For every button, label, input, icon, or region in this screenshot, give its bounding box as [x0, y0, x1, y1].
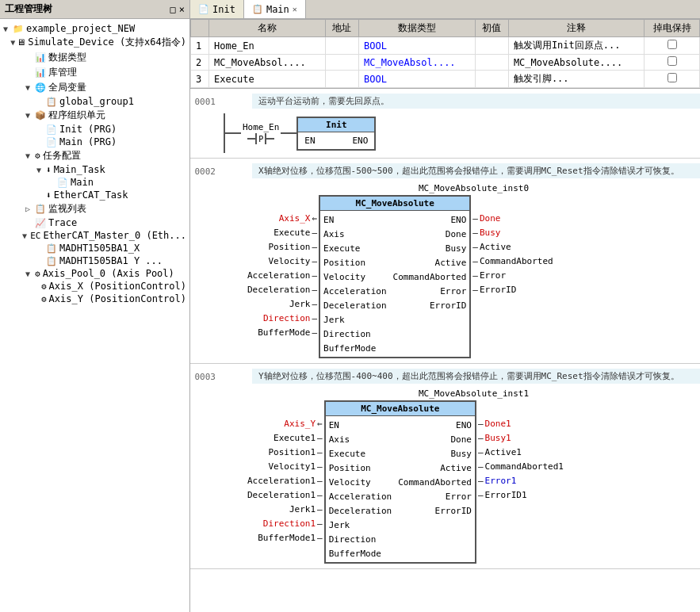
- rung-0002-number: 0002: [190, 163, 220, 177]
- tree-item-axispool[interactable]: ▼⚙Axis_Pool_0 (Axis Pool): [0, 267, 189, 280]
- tree-item-main[interactable]: 📄Main (PRG): [0, 136, 189, 148]
- fb-title-0003: MC_MoveAbsolute: [326, 402, 475, 416]
- fb-var-done1-0003: —Done1: [476, 416, 511, 430]
- tree-item-maintask[interactable]: ▼⬇Main_Task: [0, 163, 189, 176]
- cell-name[interactable]: MC_MoveAbsol....: [209, 55, 326, 71]
- fb-block-0002[interactable]: Axis_X ⇐ Execute — Position — Velocity —…: [247, 195, 700, 358]
- cell-initval[interactable]: [475, 37, 508, 55]
- pin-velocity-0003: Velocity: [329, 475, 392, 489]
- tree-item-axisy[interactable]: ⚙Axis_Y (PositionControl): [0, 293, 189, 305]
- fb-var-busy1-0003: —Busy1: [476, 430, 511, 445]
- tree-label-init: Init (PRG): [59, 124, 117, 135]
- fb-var-position1: Position1 —: [268, 445, 323, 459]
- tree-icon-simulate: 🖥: [17, 37, 25, 48]
- pin-en-0003: EN: [329, 418, 392, 432]
- tree-icon-trace: 📈: [35, 218, 46, 228]
- cell-num: 3: [191, 71, 209, 88]
- tree-item-madht2[interactable]: 📋MADHT1505BA1 Y ...: [0, 254, 189, 267]
- fb-box-0003[interactable]: MC_MoveAbsolute EN Axis Execute Position…: [324, 400, 476, 564]
- cell-addr[interactable]: [325, 37, 358, 55]
- cell-addr[interactable]: [325, 55, 358, 71]
- tree-icon-globalvar: 🌐: [35, 82, 46, 93]
- col-initval: 初值: [475, 20, 508, 37]
- pin-busy-0003: Busy: [398, 446, 472, 461]
- fb-var-jerk1: Jerk1 —: [289, 502, 324, 516]
- tree-label-trace: Trace: [48, 217, 77, 228]
- fb-var-errorid-0002: —ErrorID: [471, 282, 516, 296]
- cell-addr[interactable]: [325, 71, 358, 88]
- pin-cmdaborted-0003: CommandAborted: [398, 475, 472, 489]
- pin-position-0003: Position: [329, 461, 392, 475]
- tree-label-libmgr: 库管理: [48, 66, 77, 79]
- tree-arrow-root: ▼: [3, 25, 13, 33]
- tab-main-icon: 📋: [252, 4, 263, 14]
- rung-0003-number: 0003: [190, 369, 220, 382]
- tree-arrow-simulate: ▼: [10, 38, 17, 47]
- tree-item-madht1[interactable]: 📋MADHT1505BA1_X: [0, 242, 189, 254]
- fb-var-axis-x: Axis_X ⇐: [279, 211, 319, 225]
- pin-execute-0002: Execute: [323, 241, 386, 255]
- tree-item-monlist[interactable]: ▷📋监视列表: [0, 201, 189, 216]
- fb-block-0003[interactable]: Axis_Y ⇐ Execute1 — Position1 — Velocity…: [247, 400, 700, 564]
- tree-item-init[interactable]: 📄Init (PRG): [0, 123, 189, 136]
- pin-axis-0003: Axis: [329, 432, 392, 446]
- minimize-icon[interactable]: □: [170, 4, 176, 15]
- cell-persist[interactable]: [645, 55, 700, 71]
- tree-item-simulate[interactable]: ▼🖥Simulate_Device (支持x64指令): [0, 35, 189, 50]
- close-icon[interactable]: ×: [179, 4, 185, 15]
- tree-arrow-progunit: ▼: [25, 111, 35, 120]
- tree-item-axisx[interactable]: ⚙Axis_X (PositionControl): [0, 280, 189, 293]
- panel-title: 工程管理树: [5, 2, 52, 16]
- cell-name[interactable]: Execute: [209, 71, 326, 88]
- cell-initval[interactable]: [475, 55, 508, 71]
- tree-icon-libmgr: 📊: [35, 67, 46, 78]
- tree-icon-axisx: ⚙: [41, 281, 47, 292]
- tree-item-globalgroup1[interactable]: 📋global_group1: [0, 95, 189, 108]
- tree-icon-main: 📄: [46, 137, 57, 147]
- col-name: 名称: [209, 20, 326, 37]
- pin-errorid-0002: ErrorID: [393, 298, 467, 312]
- tree-label-madht1: MADHT1505BA1_X: [59, 243, 140, 254]
- cell-persist[interactable]: [645, 37, 700, 55]
- tree-item-libmgr[interactable]: 📊库管理: [0, 65, 189, 80]
- fb-init-en: EN: [304, 136, 315, 146]
- tree-item-taskconfig[interactable]: ▼⚙任务配置: [0, 148, 189, 163]
- fb-var-execute1: Execute1 —: [273, 430, 324, 445]
- tree-label-ethercattask: EtherCAT_Task: [54, 189, 128, 201]
- cell-name[interactable]: Home_En: [209, 37, 326, 55]
- pin-decel-0002: Deceleration: [323, 298, 386, 312]
- fb-box-0002[interactable]: MC_MoveAbsolute EN Axis Execute Position…: [319, 195, 471, 358]
- tree-arrow-monlist: ▷: [25, 205, 35, 213]
- tree-icon-maintask: ⬇: [46, 165, 52, 175]
- pin-eno-0003: ENO: [398, 418, 472, 432]
- tree-item-trace[interactable]: 📈Trace: [0, 216, 189, 229]
- tree-item-globalvar[interactable]: ▼🌐全局变量: [0, 80, 189, 95]
- cell-initval[interactable]: [475, 71, 508, 88]
- cell-persist[interactable]: [645, 71, 700, 88]
- pin-error-0002: Error: [393, 284, 467, 298]
- tree-item-ethercattask[interactable]: ⬇EtherCAT_Task: [0, 189, 189, 201]
- tree-item-progunit[interactable]: ▼📦程序组织单元: [0, 108, 189, 123]
- pin-eno-0002: ENO: [393, 212, 467, 227]
- tree-icon-madht1: 📋: [46, 243, 57, 254]
- pin-done-0002: Done: [393, 227, 467, 241]
- tree-item-mainprog[interactable]: 📄Main: [0, 176, 189, 189]
- fb-container-0003: MC_MoveAbsolute_inst1 Axis_Y ⇐ Execute1 …: [247, 388, 700, 564]
- tree-item-ethercat[interactable]: ▼ECEtherCAT_Master_0 (Eth...: [0, 229, 189, 242]
- tree-item-root[interactable]: ▼📁example_project_NEW: [0, 22, 189, 35]
- contact-home-en[interactable]: Home_En P: [243, 122, 279, 144]
- fb-var-deceleration1: Deceleration1 —: [247, 488, 324, 502]
- tree-label-globalvar: 全局变量: [48, 81, 86, 94]
- contact-type: P: [257, 135, 265, 143]
- tab-main[interactable]: 📋 Main ✕: [244, 0, 306, 18]
- tree-icon-root: 📁: [13, 24, 24, 34]
- fb-init[interactable]: Init EN ENO: [296, 117, 376, 151]
- tree-label-axisy: Axis_Y (PositionControl): [49, 293, 186, 304]
- tree-arrow-axispool: ▼: [25, 270, 35, 278]
- table-row: 2 MC_MoveAbsol.... MC_MoveAbsol.... MC_M…: [191, 55, 700, 71]
- tab-main-close[interactable]: ✕: [293, 5, 297, 13]
- fb-left-vars-0003: Axis_Y ⇐ Execute1 — Position1 — Velocity…: [247, 400, 324, 564]
- tab-init[interactable]: 📄 Init: [190, 0, 244, 18]
- panel-header: 工程管理树 □ ×: [0, 0, 189, 19]
- tree-item-datatype[interactable]: 📊数据类型: [0, 50, 189, 65]
